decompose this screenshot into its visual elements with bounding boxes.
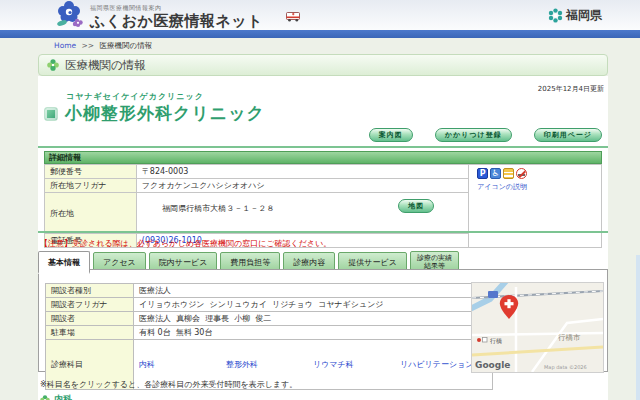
- page-title: 医療機関の情報: [65, 58, 146, 73]
- city-label: 行橋市: [558, 333, 581, 342]
- basic-info-table: 開設者種別 医療法人 開設者フリガナ イリョウホウジン シンリュウカイ リジチョ…: [45, 283, 493, 390]
- kakaritsuke-register-button[interactable]: かかりつけ登録: [435, 128, 512, 142]
- site-header: 福岡県医療機関情報案内 ふくおか医療情報ネット 福岡県: [0, 0, 640, 30]
- caution-notice: 【注意】受診される際は、必ずあらかじめ各医療機関の窓口にご確認ください。: [40, 238, 331, 249]
- founder-kana-value: イリョウホウジン シンリュウカイ リジチョウ コヤナギシュンジ: [134, 298, 493, 312]
- clinic-furigana: コヤナギセイケイゲカクリニック: [66, 91, 204, 102]
- guide-map-button[interactable]: 案内図: [369, 128, 413, 142]
- no-smoking-icon: [516, 168, 527, 179]
- map-copyright: Map data ©2026: [544, 364, 587, 371]
- site-flower-icon: [56, 1, 86, 29]
- feature-icons-cell: P ♿ アイコンの説明: [469, 165, 602, 248]
- row-label: 駐車場: [46, 326, 134, 340]
- station-icon: [477, 338, 481, 342]
- parking-icon: P: [477, 168, 488, 179]
- breadcrumb-current: 医療機関の情報: [100, 41, 153, 50]
- next-section-header: 内科: [40, 393, 72, 400]
- address-kana-value: フクオカケンユクハシシオオハシ: [136, 179, 468, 193]
- row-label: 所在地: [45, 193, 137, 234]
- clover-icon: [47, 59, 59, 71]
- location-map[interactable]: 行橋 行橋市 Google Map data ©2026: [471, 282, 604, 373]
- section-divider: [38, 231, 608, 233]
- pref-name-label: 福岡県: [566, 7, 602, 24]
- updated-date: 2025年12月4日更新: [538, 84, 604, 94]
- founder-type-value: 医療法人: [134, 284, 493, 298]
- site-title: ふくおか医療情報ネット: [90, 13, 263, 30]
- clover-icon: [40, 395, 50, 400]
- detail-table: 郵便番号 〒824-0003 P ♿ アイコンの説明 所在地フリガナ フクオカケ…: [44, 164, 602, 248]
- table-row: 開設者 医療法人 真柳会 理事長 小柳 俊二: [46, 312, 493, 326]
- detail-section-header: 詳細情報: [44, 151, 602, 164]
- section-divider: [38, 146, 608, 148]
- action-buttons: 案内図 かかりつけ登録 印刷用ページ: [369, 128, 602, 142]
- table-row: 開設者種別 医療法人: [46, 284, 493, 298]
- icon-legend-link[interactable]: アイコンの説明: [477, 182, 596, 192]
- dept-link-rheumatology[interactable]: リウマチ科: [313, 359, 400, 370]
- clinic-bullet-icon: [44, 107, 58, 121]
- dept-link-internal-medicine[interactable]: 内科: [139, 359, 226, 370]
- row-label: 開設者フリガナ: [46, 298, 134, 312]
- clinic-name: 小柳整形外科クリニック: [65, 102, 265, 125]
- tab-content: 開設者種別 医療法人 開設者フリガナ イリョウホウジン シンリュウカイ リジチョ…: [38, 269, 608, 372]
- departments-footnote: ※科目名をクリックすると、各診療科目の外来受付時間を表示します。: [40, 379, 297, 390]
- dept-link-orthopedics[interactable]: 整形外科: [226, 359, 313, 370]
- main-panel: 2025年12月4日更新 コヤナギセイケイゲカクリニック 小柳整形外科クリニック…: [38, 76, 608, 400]
- site-logo[interactable]: 福岡県医療機関情報案内 ふくおか医療情報ネット: [56, 1, 263, 30]
- breadcrumb-home-link[interactable]: Home: [54, 41, 76, 50]
- tab-basic-info[interactable]: 基本情報: [38, 251, 90, 274]
- founder-value: 医療法人 真柳会 理事長 小柳 俊二: [134, 312, 493, 326]
- breadcrumb: Home >> 医療機関の情報: [0, 38, 640, 51]
- row-label: 所在地フリガナ: [45, 179, 137, 193]
- station-label: 行橋: [490, 337, 502, 344]
- map-button[interactable]: 地図: [398, 199, 434, 213]
- wheelchair-icon: ♿: [490, 168, 501, 179]
- header-divider-bar: [0, 30, 640, 38]
- credit-card-icon: [503, 168, 514, 179]
- ambulance-icon: [286, 11, 301, 22]
- postal-code-value: 〒824-0003: [136, 165, 468, 179]
- table-row: 郵便番号 〒824-0003 P ♿ アイコンの説明: [45, 165, 602, 179]
- row-label: 開設者種別: [46, 284, 134, 298]
- route-shield-icon: [488, 291, 498, 298]
- parking-value: 有料 0台 無料 30台: [134, 326, 493, 340]
- row-label: 開設者: [46, 312, 134, 326]
- pref-flower-icon: [548, 8, 563, 23]
- table-row: 開設者フリガナ イリョウホウジン シンリュウカイ リジチョウ コヤナギシュンジ: [46, 298, 493, 312]
- table-row: 駐車場 有料 0台 無料 30台: [46, 326, 493, 340]
- google-logo: Google: [475, 360, 510, 370]
- fukuoka-pref-logo[interactable]: 福岡県: [548, 7, 602, 24]
- page-title-bar: 医療機関の情報: [38, 54, 608, 76]
- breadcrumb-separator: >>: [82, 41, 95, 50]
- address-value: 福岡県行橋市大橋３－１－２８: [162, 204, 274, 213]
- print-page-button[interactable]: 印刷用ページ: [534, 128, 602, 142]
- page-edge-strip: [636, 255, 640, 400]
- row-label: 郵便番号: [45, 165, 137, 179]
